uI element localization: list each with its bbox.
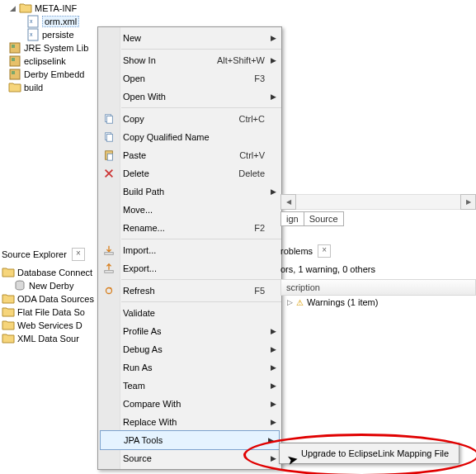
list-label: ODA Data Sources [17,294,94,304]
svg-rect-7 [12,58,15,61]
problems-view-tab[interactable]: roblems × [280,244,331,258]
delete-icon [101,166,116,181]
list-item[interactable]: ODA Data Sources [2,292,109,306]
menu-label: Validate [123,308,155,318]
folder-icon [2,292,15,306]
menu-separator [121,279,281,280]
menu-validate[interactable]: Validate [98,304,281,322]
list-item[interactable]: XML Data Sour [2,332,109,345]
menu-rename[interactable]: Rename...F2 [98,219,281,237]
paste-icon [101,148,116,163]
menu-team[interactable]: Team▶ [98,377,281,395]
submenu-arrow-icon: ▶ [271,56,276,64]
xml-icon: x [26,15,40,28]
submenu-arrow-icon: ▶ [271,400,276,408]
source-explorer-tab[interactable]: Source Explorer × [2,248,85,261]
shortcut: F3 [254,73,265,83]
menu-export[interactable]: Export... [98,259,281,277]
menu-label: Copy Qualified Name [123,132,210,142]
submenu-arrow-icon: ▶ [271,92,276,101]
menu-label: Paste [123,150,146,160]
menu-refresh[interactable]: RefreshF5 [98,282,281,300]
editor-pane: ◀ ▶ ign Source roblems × ors, 1 warning,… [280,0,476,474]
menu-show-in[interactable]: Show InAlt+Shift+W▶ [98,51,281,69]
menu-import[interactable]: Import... [98,241,281,259]
menu-debug-as[interactable]: Debug As▶ [98,340,281,358]
folder-icon [2,266,15,279]
menu-move[interactable]: Move... [98,201,281,219]
data-source-list: Database Connect New Derby ODA Data Sour… [2,266,109,345]
tab-source[interactable]: Source [304,211,344,226]
problems-summary: ors, 1 warning, 0 others [280,264,375,274]
shortcut: Ctrl+V [239,150,265,160]
menu-open[interactable]: OpenF3 [98,69,281,88]
list-item[interactable]: Flat File Data So [2,306,109,319]
menu-label: Rename... [123,223,165,233]
menu-label: Open [123,73,145,83]
menu-separator [121,49,281,50]
horizontal-scrollbar[interactable]: ◀ ▶ [280,195,476,209]
copy-icon [101,130,116,145]
menu-label: Open With [123,92,166,102]
menu-run-as[interactable]: Run As▶ [98,358,281,377]
tree-label: JRE System Lib [24,43,88,53]
submenu-arrow-icon: ▶ [268,436,274,444]
menu-separator [121,239,281,239]
menu-profile-as[interactable]: Profile As▶ [98,322,281,340]
menu-source[interactable]: Source▶ [98,449,281,467]
problems-column-header[interactable]: scription [280,279,476,296]
menu-delete[interactable]: DeleteDelete [98,164,281,182]
svg-rect-17 [105,253,114,255]
close-icon[interactable]: × [318,244,331,258]
menu-separator [121,301,281,302]
file-label: orm.xml [42,16,79,27]
folder-label: META-INF [35,3,77,13]
menu-jpa-tools[interactable]: JPA Tools▶ [100,430,280,450]
editor-tabs: ign Source [280,211,343,226]
menu-label: Run As [123,363,152,372]
menu-label: JPA Tools [124,435,163,445]
svg-rect-5 [12,45,15,48]
menu-replace-with[interactable]: Replace With▶ [98,413,281,431]
list-label: Web Services D [17,320,82,330]
expand-icon[interactable]: ▷ [285,298,295,307]
refresh-icon [101,283,116,298]
menu-build-path[interactable]: Build Path▶ [98,182,281,201]
menu-copy[interactable]: CopyCtrl+C [98,110,281,128]
menu-paste[interactable]: PasteCtrl+V [98,146,281,164]
col-label: scription [286,282,320,292]
svg-rect-18 [105,271,114,273]
menu-label: Copy [123,114,144,124]
close-icon[interactable]: × [72,248,85,261]
menu-open-with[interactable]: Open With▶ [98,88,281,106]
folder-icon [19,2,32,15]
menu-label: Debug As [123,344,163,354]
list-item[interactable]: Web Services D [2,319,109,332]
tree-folder-metainf[interactable]: ◢ META-INF [2,2,117,15]
list-item[interactable]: Database Connect [2,266,109,279]
expand-icon[interactable]: ◢ [8,4,17,13]
menu-label: Import... [123,245,156,255]
list-item[interactable]: New Derby [13,279,109,292]
tab-design[interactable]: ign [280,211,304,226]
menu-label: Source [123,453,152,463]
scrollbar-track[interactable] [296,194,460,210]
list-label: Flat File Data So [17,307,85,317]
shortcut: F2 [254,223,265,233]
menu-copy-qualified[interactable]: Copy Qualified Name [98,128,281,146]
scroll-right-icon[interactable]: ▶ [460,194,476,210]
scroll-left-icon[interactable]: ◀ [280,194,296,210]
menu-label: Refresh [123,286,155,296]
folder-icon [2,306,15,319]
copy-icon [101,111,116,126]
warning-group[interactable]: ▷ ⚠ Warnings (1 item) [280,296,476,309]
library-icon [8,68,21,81]
menu-label: Show In [123,55,156,65]
shortcut: Ctrl+C [239,114,265,124]
svg-rect-9 [12,71,15,74]
menu-new[interactable]: New▶ [98,29,281,47]
svg-text:x: x [30,18,33,24]
menu-label: Move... [123,205,153,215]
menu-label: Team [123,381,145,391]
menu-compare-with[interactable]: Compare With▶ [98,395,281,413]
